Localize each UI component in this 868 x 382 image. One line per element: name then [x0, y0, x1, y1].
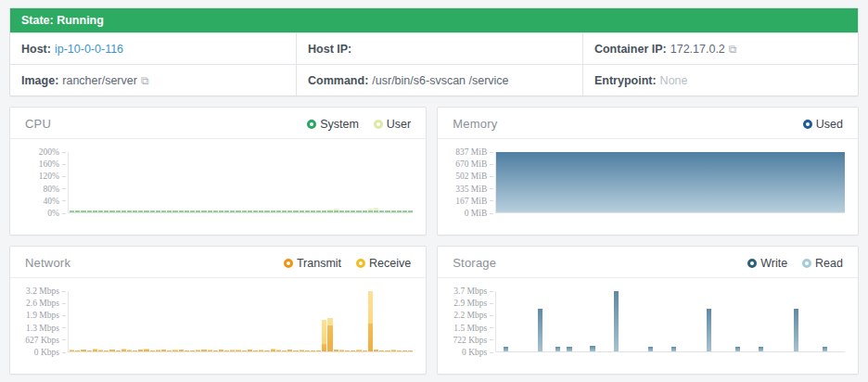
network-legend: Transmit Receive: [284, 257, 411, 270]
container-ip-cell: Container IP: 172.17.0.2 ⧉: [582, 33, 858, 64]
host-label: Host:: [21, 43, 51, 56]
legend-item-system[interactable]: System: [307, 118, 359, 131]
container-ip-value: 172.17.0.2: [670, 43, 725, 56]
storage-y-axis: 3.7 Mbps2.9 Mbps2.2 Mbps1.5 Mbps722 Kbps…: [447, 291, 495, 352]
memory-chart-title: Memory: [453, 117, 497, 131]
charts-grid: CPU System User 200%160%120%80%40%0% Mem…: [9, 107, 859, 375]
storage-panel: Storage Write Read 3.7 Mbps2.9 Mbps2.2 M…: [437, 246, 859, 375]
command-cell: Command: /usr/bin/s6-svscan /service: [296, 65, 582, 96]
network-y-axis: 3.2 Mbps2.6 Mbps1.9 Mbps1.3 Mbps627 Kbps…: [19, 291, 68, 352]
cpu-panel: CPU System User 200%160%120%80%40%0%: [9, 107, 427, 236]
legend-item-used[interactable]: Used: [803, 118, 843, 131]
copy-icon[interactable]: ⧉: [141, 75, 149, 86]
transmit-legend-dot-icon: [284, 259, 293, 268]
receive-legend-dot-icon: [356, 259, 365, 268]
entrypoint-label: Entrypoint:: [594, 74, 657, 87]
state-banner: State: Running: [10, 8, 858, 32]
info-row-2: Image: rancher/server ⧉ Command: /usr/bi…: [10, 64, 858, 96]
network-chart-title: Network: [25, 256, 70, 270]
read-legend-dot-icon: [802, 259, 811, 268]
cpu-y-axis: 200%160%120%80%40%0%: [19, 152, 68, 213]
network-plot-area: [68, 291, 413, 352]
legend-item-receive[interactable]: Receive: [356, 257, 411, 270]
legend-item-transmit[interactable]: Transmit: [284, 257, 341, 270]
user-legend-dot-icon: [374, 120, 383, 129]
memory-legend: Used: [803, 118, 843, 131]
command-label: Command:: [308, 74, 368, 87]
memory-panel: Memory Used 837 MiB670 MiB502 MiB335 MiB…: [437, 107, 859, 236]
cpu-plot-area: [68, 152, 413, 213]
container-info-card: State: Running Host: ip-10-0-0-116 Host …: [9, 7, 859, 96]
container-ip-label: Container IP:: [594, 43, 667, 56]
legend-item-read[interactable]: Read: [802, 257, 843, 270]
image-value: rancher/server: [62, 74, 137, 87]
host-cell: Host: ip-10-0-0-116: [10, 33, 296, 64]
image-label: Image:: [21, 74, 58, 87]
memory-plot-area: [495, 152, 845, 213]
host-ip-label: Host IP:: [308, 43, 351, 56]
used-legend-dot-icon: [803, 120, 812, 129]
cpu-legend: System User: [307, 118, 411, 131]
info-row-1: Host: ip-10-0-0-116 Host IP: Container I…: [10, 32, 858, 64]
command-value: /usr/bin/s6-svscan /service: [372, 74, 508, 87]
image-cell: Image: rancher/server ⧉: [10, 65, 296, 96]
storage-plot-area: [495, 291, 845, 352]
network-panel: Network Transmit Receive 3.2 Mbps2.6 Mbp…: [9, 246, 427, 375]
system-legend-dot-icon: [307, 120, 316, 129]
legend-item-user[interactable]: User: [374, 118, 411, 131]
storage-chart-title: Storage: [453, 256, 496, 270]
host-ip-cell: Host IP:: [296, 33, 582, 64]
storage-legend: Write Read: [747, 257, 843, 270]
entrypoint-value: None: [660, 74, 688, 87]
memory-y-axis: 837 MiB670 MiB502 MiB335 MiB167 MiB0 MiB: [447, 152, 495, 213]
copy-icon[interactable]: ⧉: [729, 44, 737, 55]
cpu-chart-title: CPU: [25, 117, 51, 131]
legend-item-write[interactable]: Write: [747, 257, 787, 270]
write-legend-dot-icon: [747, 259, 757, 268]
host-link[interactable]: ip-10-0-0-116: [55, 43, 123, 56]
entrypoint-cell: Entrypoint: None: [582, 65, 858, 96]
